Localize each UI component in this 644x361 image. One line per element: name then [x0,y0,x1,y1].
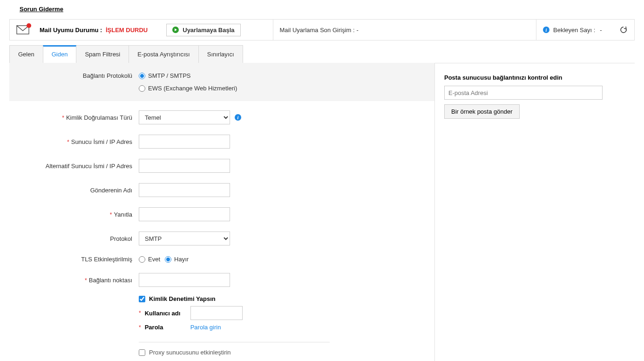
alert-dot-icon [27,23,31,28]
protocol-select[interactable]: SMTP [139,232,230,245]
play-icon [172,27,179,33]
sender-label: Gönderenin Adı [90,187,132,194]
auth-required-checkbox[interactable] [139,296,145,302]
troubleshoot-link[interactable]: Sorun Giderme [20,6,63,13]
username-input[interactable] [190,306,243,320]
tls-no-label: Hayır [174,256,189,263]
port-input[interactable] [139,273,230,287]
tab-parser[interactable]: E-posta Ayrıştırıcısı [129,45,198,63]
conn-protocol-smtp-radio[interactable] [139,73,145,79]
auth-required-label: Kimlik Denetimi Yapsın [149,295,216,302]
proxy-enable-label: Proxy sunucusunu etkinleştirin [149,349,231,356]
password-label: Parola [145,324,187,331]
last-attempt-value: - [357,27,359,34]
tls-yes-label: Evet [148,256,160,263]
sender-input[interactable] [139,183,230,197]
tls-yes-radio[interactable] [139,256,145,263]
conn-protocol-ews-label: EWS (Exchange Web Hizmetleri) [148,85,237,92]
protocol-label: Protokol [110,235,132,242]
proxy-enable-checkbox[interactable] [139,349,145,356]
start-adapt-button[interactable]: Uyarlamaya Başla [166,24,240,36]
info-icon[interactable]: i [235,114,241,121]
alt-server-label: Alternatif Sunucu İsmi / IP Adres [46,163,132,170]
tab-limiter[interactable]: Sınırlayıcı [198,45,243,63]
send-sample-button[interactable]: Bir örnek posta gönder [444,104,520,119]
last-attempt-label: Mail Uyarlama Son Girişim : [280,27,355,34]
tab-spam[interactable]: Spam Filtresi [76,45,129,63]
tab-incoming[interactable]: Gelen [9,45,43,63]
auth-type-select[interactable]: Temel [139,110,230,124]
server-input[interactable] [139,135,230,149]
pending-label: Bekleyen Sayı : [553,27,595,34]
reply-label: Yanıtla [114,211,132,218]
alt-server-input[interactable] [139,159,230,173]
conn-protocol-ews-radio[interactable] [139,85,145,92]
status-bar: Mail Uyumu Durumu : İŞLEM DURDU Uyarlama… [9,19,635,41]
auth-type-label: Kimlik Doğrulaması Türü [66,114,132,121]
mail-icon [16,25,29,34]
password-enter-link[interactable]: Parola girin [190,324,221,331]
conn-protocol-smtp-label: SMTP / SMTPS [148,72,191,79]
test-email-input[interactable] [444,86,603,100]
status-label: Mail Uyumu Durumu : İŞLEM DURDU [40,27,148,34]
refresh-icon[interactable] [619,26,628,34]
port-label: Bağlantı noktası [89,277,132,284]
username-label: Kullanıcı adı [145,310,187,317]
info-icon: i [543,27,549,33]
side-title: Posta sunucusu bağlantınızı kontrol edin [435,74,625,81]
server-label: Sunucu İsmi / IP Adres [71,138,132,145]
tls-no-radio[interactable] [165,256,171,263]
reply-input[interactable] [139,207,230,221]
status-value: İŞLEM DURDU [106,27,148,34]
tabs: Gelen Giden Spam Filtresi E-posta Ayrışt… [9,45,635,63]
tab-outgoing[interactable]: Giden [43,45,77,63]
conn-protocol-label: Bağlantı Protokolü [9,72,139,79]
tls-label: TLS Etkinleştirilmiş [81,256,132,263]
pending-value: - [600,27,602,34]
